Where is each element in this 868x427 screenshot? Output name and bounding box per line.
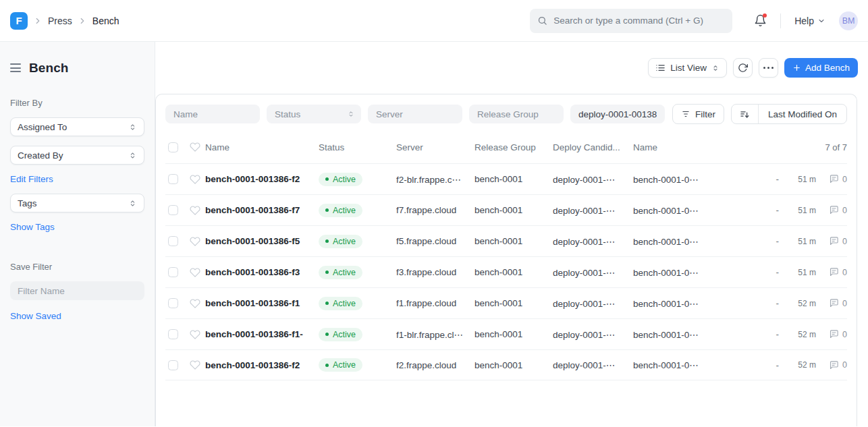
bench-name[interactable]: bench-0001-001386-f7 (205, 205, 319, 215)
tags-select[interactable]: Tags (10, 194, 144, 212)
row-checkbox[interactable] (168, 360, 178, 370)
table-row[interactable]: bench-0001-001386-f1 Active f1.frappe.cl… (165, 287, 847, 318)
bench-name[interactable]: bench-0001-001386-f5 (205, 236, 319, 246)
row-checkbox[interactable] (168, 298, 178, 308)
filter-name-input[interactable] (10, 281, 144, 300)
row-checkbox[interactable] (168, 267, 178, 277)
bench-name[interactable]: bench-0001-001386-f1- (205, 329, 319, 339)
view-switcher-button[interactable]: List View (648, 58, 727, 78)
deploy-candidate-cell: deploy-0001-⋯ (553, 329, 633, 340)
top-navbar: F Press Bench Help BM (0, 0, 868, 42)
column-header-status[interactable]: Status (319, 142, 396, 152)
page-actions: List View Add Bench (155, 42, 868, 94)
favorite-heart-icon[interactable] (190, 174, 200, 185)
chevron-up-down-icon (128, 151, 137, 160)
filter-button[interactable]: Filter (672, 104, 724, 124)
notifications-button[interactable] (754, 14, 767, 27)
favorite-heart-icon[interactable] (190, 205, 200, 216)
tag-placeholder-cell: - (759, 360, 779, 370)
bench-name[interactable]: bench-0001-001386-f2 (205, 174, 319, 184)
frappe-logo-icon[interactable]: F (10, 12, 28, 30)
command-search[interactable] (530, 9, 732, 33)
sort-field-button[interactable]: Last Modified On (758, 105, 846, 123)
show-tags-link[interactable]: Show Tags (10, 222, 55, 232)
filter-release-group-field[interactable] (469, 105, 564, 123)
assigned-to-select[interactable]: Assigned To (10, 117, 144, 136)
user-avatar[interactable]: BM (839, 11, 858, 30)
comment-bubble-icon (829, 174, 839, 184)
filter-by-label: Filter By (10, 98, 144, 108)
more-options-button[interactable] (759, 58, 778, 78)
bench-name[interactable]: bench-0001-001386-f1 (205, 298, 319, 308)
table-header-row: Name Status Server Release Group Deploy … (165, 131, 847, 163)
column-header-deploy-candidate[interactable]: Deploy Candid... (553, 142, 633, 152)
favorite-heart-icon[interactable] (190, 236, 200, 247)
table-row[interactable]: bench-0001-001386-f3 Active f3.frappe.cl… (165, 256, 847, 287)
column-header-name[interactable]: Name (205, 142, 319, 152)
row-checkbox[interactable] (168, 205, 178, 215)
filter-server-field[interactable] (368, 105, 462, 123)
last-modified-cell: 51 m (779, 175, 816, 184)
server-cell: f1-blr.frappe.cl⋯ (396, 329, 474, 340)
table-row[interactable]: bench-0001-001386-f1- Active f1-blr.frap… (165, 318, 847, 349)
bench-name[interactable]: bench-0001-001386-f3 (205, 267, 319, 277)
select-all-checkbox[interactable] (168, 142, 178, 152)
table-row[interactable]: bench-0001-001386-f5 Active f5.frappe.cl… (165, 225, 847, 256)
release-group-cell: bench-0001 (474, 205, 553, 215)
filter-name-field[interactable] (165, 105, 260, 123)
release-group-cell: bench-0001 (474, 360, 553, 370)
comment-count: 0 (842, 330, 847, 339)
chevron-up-down-icon (128, 199, 137, 208)
filter-status-select[interactable]: Status (267, 105, 361, 123)
table-row[interactable]: bench-0001-001386-f2 Active f2.frappe.cl… (165, 349, 847, 380)
list-filter-toolbar: Status Filter Last Modified On (165, 104, 847, 124)
favorite-heart-icon[interactable] (190, 360, 200, 370)
deploy-candidate-cell: deploy-0001-⋯ (553, 298, 633, 309)
name-2-cell: bench-0001-0⋯ (633, 174, 721, 185)
status-dot-icon (325, 302, 329, 305)
comments-cell: 0 (816, 329, 847, 339)
add-bench-label: Add Bench (805, 63, 850, 73)
menu-icon[interactable] (10, 62, 21, 74)
plus-icon (792, 63, 801, 72)
filter-deploy-candidate-field[interactable] (570, 105, 665, 123)
status-badge: Active (319, 173, 362, 186)
status-badge: Active (319, 204, 362, 217)
search-input[interactable] (553, 16, 725, 26)
deploy-candidate-cell: deploy-0001-⋯ (553, 360, 633, 370)
last-modified-cell: 51 m (779, 206, 816, 215)
favorite-heart-icon[interactable] (190, 267, 200, 278)
bench-name[interactable]: bench-0001-001386-f2 (205, 360, 319, 370)
refresh-button[interactable] (733, 58, 753, 78)
table-row[interactable]: bench-0001-001386-f7 Active f7.frappe.cl… (165, 194, 847, 225)
tag-placeholder-cell: - (759, 174, 779, 184)
status-dot-icon (325, 239, 329, 243)
sort-direction-button[interactable] (732, 105, 758, 123)
bench-list-card: Status Filter Last Modified On (155, 94, 857, 426)
column-header-name-2[interactable]: Name (633, 142, 721, 152)
status-label: Active (333, 175, 356, 184)
favorite-heart-icon[interactable] (190, 329, 200, 340)
edit-filters-link[interactable]: Edit Filters (10, 174, 53, 184)
column-header-server[interactable]: Server (396, 142, 474, 152)
row-checkbox[interactable] (168, 236, 178, 246)
last-modified-cell: 51 m (779, 237, 816, 246)
show-saved-link[interactable]: Show Saved (10, 311, 61, 321)
chevron-up-down-icon (128, 123, 137, 132)
divider (780, 13, 781, 28)
comment-count: 0 (842, 268, 847, 277)
column-header-release-group[interactable]: Release Group (474, 142, 553, 152)
sort-icon (740, 109, 750, 119)
table-row[interactable]: bench-0001-001386-f2 Active f2-blr.frapp… (165, 163, 847, 194)
tags-label: Tags (18, 198, 37, 208)
row-checkbox[interactable] (168, 329, 178, 339)
favorite-heart-icon[interactable] (190, 298, 200, 309)
created-by-select[interactable]: Created By (10, 146, 144, 165)
comments-cell: 0 (816, 236, 847, 246)
breadcrumb-press[interactable]: Press (48, 16, 72, 26)
row-checkbox[interactable] (168, 174, 178, 184)
help-menu[interactable]: Help (794, 16, 825, 26)
status-dot-icon (325, 364, 329, 367)
add-bench-button[interactable]: Add Bench (784, 58, 858, 78)
breadcrumb-bench[interactable]: Bench (92, 16, 119, 26)
